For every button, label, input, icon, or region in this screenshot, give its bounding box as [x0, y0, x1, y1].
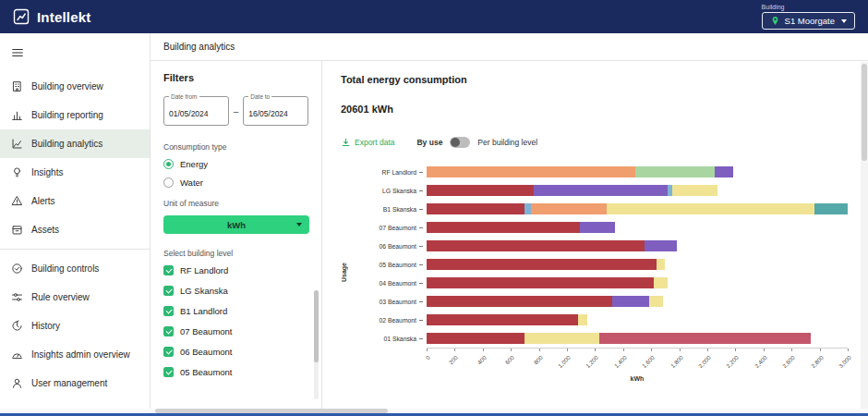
bar-segment [580, 222, 615, 233]
toggle-right-label: Per building level [477, 138, 537, 147]
x-tick-mark [595, 349, 596, 351]
x-tick-label: 200 [448, 354, 459, 365]
sidebar-item-insights-admin-overview[interactable]: Insights admin overview [0, 340, 150, 369]
chart-panel: Total energy consumption 20601 kWh Expor… [322, 61, 868, 409]
x-tick-label: 2,600 [781, 354, 796, 369]
brand: Intellekt [13, 8, 90, 25]
sidebar-item-alerts[interactable]: Alerts [0, 187, 150, 215]
bar-segment [427, 296, 612, 307]
line-chart-icon [11, 138, 23, 150]
x-tick-label: 800 [532, 354, 543, 365]
x-tick-label: 1,800 [669, 354, 683, 369]
export-data-button[interactable]: Export data [341, 138, 394, 148]
chart-row-05-beaumont: 05 Beaumont [350, 255, 848, 274]
sidebar-item-building-analytics[interactable]: Building analytics [0, 129, 150, 158]
bar-segment [599, 333, 811, 344]
consumption-type-label: Consumption type [163, 142, 308, 152]
row-label: 02 Beaumont [350, 317, 416, 324]
building-level-option-06-beaumont[interactable]: 06 Beaumont [163, 347, 308, 357]
chart-row-lg-skanska: LG Skanska [350, 181, 848, 200]
x-tick-mark [707, 349, 708, 351]
bar-track [427, 203, 848, 214]
x-tick-mark [820, 349, 821, 351]
sidebar-item-building-overview[interactable]: Building overview [0, 72, 150, 101]
sidebar-item-label: Building reporting [31, 110, 103, 120]
sidebar-item-label: History [31, 321, 60, 331]
row-label: B1 Skanska [350, 206, 416, 213]
date-from-input[interactable]: Date from 01/05/2024 [163, 96, 229, 126]
bar-track [427, 166, 848, 177]
checkbox-checked-icon [163, 326, 174, 336]
chevron-down-icon [841, 19, 847, 23]
checkbox-checked-icon [163, 265, 174, 275]
x-tick-label: 2,800 [809, 354, 824, 369]
lightbulb-icon [11, 166, 23, 178]
x-tick-mark [427, 349, 428, 351]
building-dropdown[interactable]: S1 Moorgate [762, 12, 855, 30]
x-tick-label: 2,200 [725, 354, 740, 369]
chart-row-04-beaumont: 04 Beaumont [350, 274, 848, 292]
x-tick-label: 1,400 [613, 354, 628, 369]
sidebar-item-building-controls[interactable]: Building controls [0, 254, 150, 283]
intellekt-logo-icon [13, 8, 30, 25]
chart-row-b1-skanska: B1 Skanska [350, 200, 848, 218]
bar-track [427, 259, 848, 270]
content-area: Building analytics Filters Date from 01/… [151, 33, 868, 409]
date-from-value: 01/05/2024 [169, 109, 209, 118]
sidebar-item-rule-overview[interactable]: Rule overview [0, 283, 150, 312]
row-label: 05 Beaumont [350, 262, 416, 268]
menu-toggle-button[interactable] [0, 39, 37, 67]
chart-row-01-skanska: 01 Skanska [350, 329, 848, 348]
chevron-down-icon [296, 223, 302, 226]
check-circle-icon [11, 263, 23, 275]
archive-box-icon [11, 224, 23, 236]
x-tick-mark [454, 349, 455, 351]
sidebar-item-insights[interactable]: Insights [0, 158, 150, 187]
unit-of-measure-label: Unit of measure [163, 199, 308, 208]
date-to-input[interactable]: Date to 16/05/2024 [243, 96, 308, 126]
bar-segment [578, 314, 587, 325]
sidebar-item-assets[interactable]: Assets [0, 215, 150, 244]
consumption-type-options: EnergyWater [163, 159, 308, 188]
bar-segment [814, 203, 848, 214]
bar-segment [531, 203, 607, 214]
building-level-option-rf-landlord[interactable]: RF Landlord [163, 265, 308, 275]
sidebar-item-label: Alerts [31, 196, 55, 206]
consumption-option-water[interactable]: Water [163, 177, 308, 188]
sidebar-item-label: Building overview [31, 81, 103, 92]
scrollbar-thumb[interactable] [314, 290, 319, 362]
chart-row-06-beaumont: 06 Beaumont [350, 237, 848, 255]
scrollbar-thumb[interactable] [862, 64, 867, 161]
radio-label: Energy [180, 159, 208, 169]
sidebar-item-history[interactable]: History [0, 312, 150, 340]
filters-panel: Filters Date from 01/05/2024 – Date to 1… [151, 61, 322, 409]
chart-row-02-beaumont: 02 Beaumont [350, 311, 848, 329]
sidebar-item-label: Building analytics [31, 139, 102, 149]
bar-segment [649, 296, 663, 307]
sidebar-nav: Building overviewBuilding reportingBuild… [0, 72, 150, 398]
x-tick-label: 3,000 [838, 354, 852, 369]
building-selector-label: Building [762, 4, 785, 10]
unit-dropdown[interactable]: kWh [163, 215, 309, 234]
sidebar-item-building-reporting[interactable]: Building reporting [0, 101, 150, 129]
filters-scrollbar[interactable] [314, 290, 319, 399]
consumption-option-energy[interactable]: Energy [163, 159, 308, 169]
building-level-option-05-beaumont[interactable]: 05 Beaumont [163, 367, 308, 377]
bar-track [427, 333, 848, 344]
x-tick-mark [764, 349, 765, 351]
history-clock-icon [11, 320, 23, 332]
sidebar-item-label: Rule overview [31, 292, 90, 302]
toggle-knob [451, 138, 460, 147]
sidebar-item-user-management[interactable]: User management [0, 369, 150, 398]
export-data-label: Export data [355, 138, 394, 147]
bar-segment [672, 185, 717, 196]
building-level-option-07-beaumont[interactable]: 07 Beaumont [163, 326, 308, 336]
checkbox-label: LG Skanska [180, 286, 228, 296]
sidebar-item-label: Insights admin overview [31, 349, 130, 360]
building-level-option-lg-skanska[interactable]: LG Skanska [163, 286, 308, 296]
y-tick-mark [419, 301, 423, 302]
view-mode-toggle[interactable] [450, 137, 470, 148]
building-level-option-b1-landlord[interactable]: B1 Landlord [163, 306, 308, 316]
bar-segment [524, 203, 531, 214]
vertical-scrollbar[interactable] [861, 62, 868, 409]
